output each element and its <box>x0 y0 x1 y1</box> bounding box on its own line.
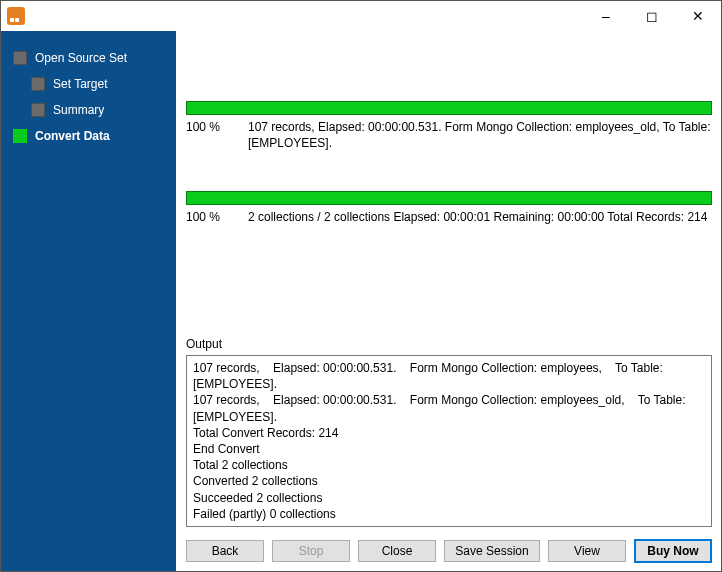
nav-label: Set Target <box>53 77 107 91</box>
nav-summary[interactable]: Summary <box>1 97 176 123</box>
step-status-icon <box>13 51 27 65</box>
nav-set-target[interactable]: Set Target <box>1 71 176 97</box>
close-window-button[interactable]: ✕ <box>675 1 721 31</box>
overall-progress-bar <box>186 191 712 205</box>
overall-progress-text: 2 collections / 2 collections Elapsed: 0… <box>248 209 712 225</box>
view-button[interactable]: View <box>548 540 626 562</box>
titlebar: – ◻ ✕ <box>1 1 721 31</box>
step-status-icon <box>31 77 45 91</box>
task-progress-text: 107 records, Elapsed: 00:00:00.531. Form… <box>248 119 712 151</box>
nav-label: Summary <box>53 103 104 117</box>
step-status-icon <box>31 103 45 117</box>
wizard-sidebar: Open Source Set Set Target Summary Conve… <box>1 31 176 571</box>
maximize-button[interactable]: ◻ <box>629 1 675 31</box>
overall-progress-percent: 100 % <box>186 209 248 225</box>
minimize-button[interactable]: – <box>583 1 629 31</box>
app-icon <box>7 7 25 25</box>
stop-button: Stop <box>272 540 350 562</box>
step-status-icon <box>13 129 27 143</box>
nav-label: Open Source Set <box>35 51 127 65</box>
nav-convert-data[interactable]: Convert Data <box>1 123 176 149</box>
task-progress-bar <box>186 101 712 115</box>
nav-open-source-set[interactable]: Open Source Set <box>1 45 176 71</box>
output-label: Output <box>186 337 712 351</box>
save-session-button[interactable]: Save Session <box>444 540 540 562</box>
nav-label: Convert Data <box>35 129 110 143</box>
button-row: Back Stop Close Save Session View Buy No… <box>186 531 712 563</box>
task-progress-percent: 100 % <box>186 119 248 151</box>
window-controls: – ◻ ✕ <box>583 1 721 31</box>
close-button[interactable]: Close <box>358 540 436 562</box>
content-pane: 100 % 107 records, Elapsed: 00:00:00.531… <box>176 31 722 571</box>
back-button[interactable]: Back <box>186 540 264 562</box>
buy-now-button[interactable]: Buy Now <box>634 539 712 563</box>
output-log[interactable]: 107 records, Elapsed: 00:00:00.531. Form… <box>186 355 712 527</box>
